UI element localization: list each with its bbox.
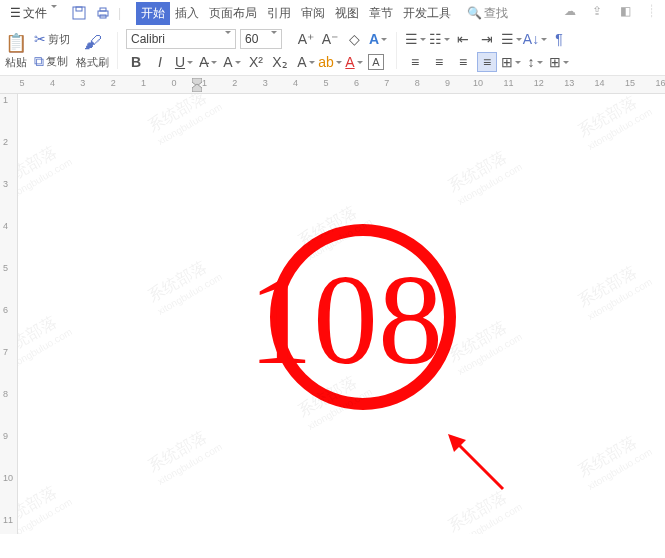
distribute-button[interactable]: ⊞ — [501, 52, 521, 72]
number-list-button[interactable]: ☷ — [429, 29, 449, 49]
tab-section[interactable]: 章节 — [364, 2, 398, 25]
ribbon-tabs: 开始 插入 页面布局 引用 审阅 视图 章节 开发工具 — [136, 2, 456, 25]
paste-button[interactable]: 📋 粘贴 — [4, 28, 28, 73]
cut-button[interactable]: ✂剪切 — [34, 31, 70, 47]
tab-developer[interactable]: 开发工具 — [398, 2, 456, 25]
format-brush-button[interactable]: 🖌 格式刷 — [76, 28, 109, 73]
stamp-text[interactable]: 108 — [248, 254, 443, 384]
char-border-button[interactable]: A — [368, 54, 384, 70]
file-menu-label: 文件 — [23, 5, 47, 22]
share-icon[interactable]: ⇪ — [592, 4, 610, 22]
watermark: 系统部落xitongbuluo.com — [445, 313, 524, 377]
text-effect-button[interactable]: A — [368, 29, 388, 49]
clear-format-button[interactable]: ◇ — [344, 29, 364, 49]
align-justify-button[interactable]: ≡ — [477, 52, 497, 72]
highlight-button[interactable]: ab — [320, 52, 340, 72]
file-menu[interactable]: ☰ 文件 — [4, 5, 63, 22]
watermark: 系统部落xitongbuluo.com — [18, 478, 74, 534]
ribbon-toolbar: 📋 粘贴 ✂剪切 ⧉复制 🖌 格式刷 Calibri 60 B I U A̶ A… — [0, 26, 665, 76]
paragraph-spacing-button[interactable]: ↕ — [525, 52, 545, 72]
copy-button[interactable]: ⧉复制 — [34, 53, 70, 70]
tab-insert[interactable]: 插入 — [170, 2, 204, 25]
tab-start[interactable]: 开始 — [136, 2, 170, 25]
font-name-select[interactable]: Calibri — [126, 29, 236, 49]
svg-line-7 — [456, 442, 503, 489]
save-icon[interactable] — [70, 4, 88, 22]
watermark: 系统部落xitongbuluo.com — [445, 143, 524, 207]
watermark: 系统部落xitongbuluo.com — [145, 94, 224, 147]
strike-button[interactable]: A̶ — [198, 52, 218, 72]
watermark: 系统部落xitongbuluo.com — [575, 258, 654, 322]
svg-rect-3 — [100, 8, 106, 11]
bullet-list-button[interactable]: ☰ — [405, 29, 425, 49]
superscript-button[interactable]: X² — [246, 52, 266, 72]
indent-marker-icon[interactable] — [192, 78, 202, 92]
shrink-font-button[interactable]: A⁻ — [320, 29, 340, 49]
ruler-vertical[interactable]: 1234567891011 — [0, 94, 18, 534]
watermark: 系统部落xitongbuluo.com — [18, 308, 74, 372]
tab-references[interactable]: 引用 — [262, 2, 296, 25]
watermark: 系统部落xitongbuluo.com — [575, 428, 654, 492]
watermark: 系统部落xitongbuluo.com — [575, 94, 654, 152]
grow-font-button[interactable]: A⁺ — [296, 29, 316, 49]
char-shading-button[interactable]: A — [296, 52, 316, 72]
font-size-select[interactable]: 60 — [240, 29, 282, 49]
tab-layout[interactable]: 页面布局 — [204, 2, 262, 25]
hamburger-icon: ☰ — [10, 6, 21, 20]
svg-rect-0 — [73, 7, 85, 19]
watermark: 系统部落xitongbuluo.com — [145, 253, 224, 317]
ruler-horizontal[interactable]: 54321012345678910111213141516 — [0, 76, 665, 94]
svg-rect-1 — [76, 7, 82, 11]
tab-review[interactable]: 审阅 — [296, 2, 330, 25]
skin-icon[interactable]: ◧ — [620, 4, 638, 22]
annotation-arrow-icon — [448, 434, 508, 494]
titlebar-right: ☁ ⇪ ◧ ┊ — [564, 4, 661, 22]
tab-view[interactable]: 视图 — [330, 2, 364, 25]
copy-icon: ⧉ — [34, 53, 44, 70]
align-right-button[interactable]: ≡ — [453, 52, 473, 72]
align-left-button[interactable]: ≡ — [405, 52, 425, 72]
chevron-down-icon — [49, 6, 57, 20]
increase-indent-button[interactable]: ⇥ — [477, 29, 497, 49]
document-wrap: 1234567891011 108 系统部落xitongbuluo.com系统部… — [0, 94, 665, 534]
search-icon: 🔍 — [467, 6, 482, 20]
cloud-icon[interactable]: ☁ — [564, 4, 582, 22]
align-center-button[interactable]: ≡ — [429, 52, 449, 72]
chevron-down-icon — [269, 32, 277, 46]
italic-button[interactable]: I — [150, 52, 170, 72]
quick-access: | — [64, 4, 127, 22]
print-icon[interactable] — [94, 4, 112, 22]
text-direction-button[interactable]: A↓ — [525, 29, 545, 49]
border-button[interactable]: ⊞ — [549, 52, 569, 72]
emphasis-button[interactable]: A — [222, 52, 242, 72]
clipboard-icon: 📋 — [4, 32, 28, 54]
scissors-icon: ✂ — [34, 31, 46, 47]
svg-marker-6 — [192, 84, 202, 92]
search-label: 查找 — [484, 5, 508, 22]
paste-label: 粘贴 — [5, 55, 27, 70]
brush-icon: 🖌 — [81, 32, 105, 54]
font-color-button[interactable]: A — [344, 52, 364, 72]
decrease-indent-button[interactable]: ⇤ — [453, 29, 473, 49]
menubar: ☰ 文件 | 开始 插入 页面布局 引用 审阅 视图 章节 开发工具 🔍 查找 … — [0, 0, 665, 26]
subscript-button[interactable]: X₂ — [270, 52, 290, 72]
page-canvas[interactable]: 108 系统部落xitongbuluo.com系统部落xitongbuluo.c… — [18, 94, 665, 534]
chevron-down-icon — [223, 32, 231, 46]
watermark: 系统部落xitongbuluo.com — [18, 138, 74, 202]
line-spacing-button[interactable]: ☰ — [501, 29, 521, 49]
watermark: 系统部落xitongbuluo.com — [145, 423, 224, 487]
search-box[interactable]: 🔍 查找 — [467, 5, 508, 22]
underline-button[interactable]: U — [174, 52, 194, 72]
format-brush-label: 格式刷 — [76, 55, 109, 70]
paragraph-mark-button[interactable]: ¶ — [549, 29, 569, 49]
bold-button[interactable]: B — [126, 52, 146, 72]
